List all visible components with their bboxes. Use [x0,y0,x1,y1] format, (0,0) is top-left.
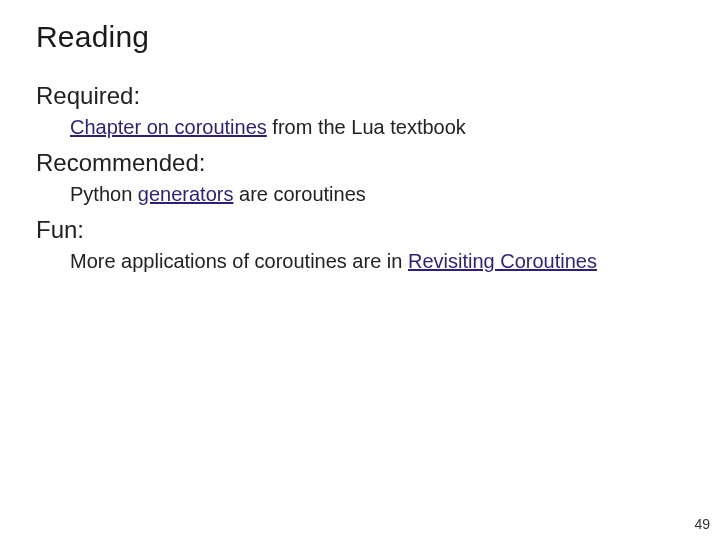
recommended-text-pre: Python [70,183,138,205]
recommended-link[interactable]: generators [138,183,234,205]
fun-link[interactable]: Revisiting Coroutines [408,250,597,272]
fun-item: More applications of coroutines are in R… [0,250,720,273]
section-required-heading: Required: [0,82,720,110]
recommended-text-rest: are coroutines [233,183,365,205]
slide-title: Reading [0,20,720,54]
slide: Reading Required: Chapter on coroutines … [0,0,720,540]
fun-text-pre: More applications of coroutines are in [70,250,408,272]
recommended-item: Python generators are coroutines [0,183,720,206]
section-recommended-heading: Recommended: [0,149,720,177]
required-item: Chapter on coroutines from the Lua textb… [0,116,720,139]
required-text-rest: from the Lua textbook [267,116,466,138]
page-number: 49 [694,516,710,532]
section-fun-heading: Fun: [0,216,720,244]
required-link[interactable]: Chapter on coroutines [70,116,267,138]
